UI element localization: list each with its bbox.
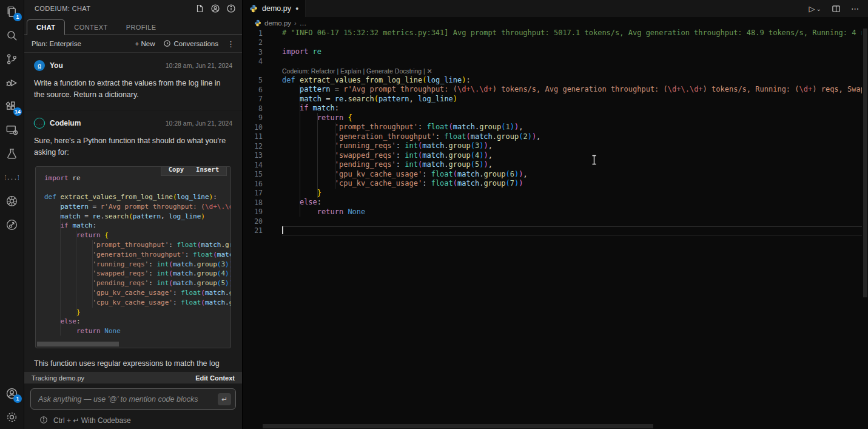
context-bar: Tracking demo.py Edit Context: [24, 372, 242, 383]
chat-code-line: 'cpu_kv_cache_usage': float(match.group(…: [44, 299, 230, 308]
breadcrumb[interactable]: demo.py › …: [243, 17, 868, 29]
modified-indicator[interactable]: ●: [295, 5, 298, 12]
chat-body: g You 10:28 am, Jun 21, 2024 Write a fun…: [24, 53, 242, 429]
panel-tabs: CHAT CONTEXT PROFILE: [24, 17, 242, 35]
line-number: 9: [243, 113, 263, 122]
code-text[interactable]: [282, 217, 862, 226]
run-button[interactable]: ▷ ⌄: [809, 4, 821, 13]
activity-explorer-icon[interactable]: 1: [0, 0, 24, 24]
line-number: 15: [243, 170, 263, 178]
activity-settings-icon[interactable]: [0, 405, 24, 429]
new-chat-icon[interactable]: [195, 4, 204, 13]
plan-label: Plan: Enterprise: [32, 40, 81, 47]
activity-extensions-icon[interactable]: 14: [0, 95, 24, 118]
editor-line-10: 10 'prompt_throughput': float(match.grou…: [243, 123, 862, 132]
editor-more-button[interactable]: ⋯: [851, 4, 859, 13]
conversations-button[interactable]: Conversations: [163, 39, 218, 49]
code-text[interactable]: }: [282, 189, 862, 198]
breadcrumb-symbol[interactable]: …: [300, 19, 307, 27]
activity-search-icon[interactable]: [0, 24, 24, 47]
copy-button[interactable]: Copy: [169, 166, 184, 173]
activity-bar: 114{...} 1: [0, 0, 24, 429]
tab-profile[interactable]: PROFILE: [117, 20, 166, 35]
vertical-scrollbar-thumb[interactable]: [863, 29, 867, 297]
message-timestamp: 10:28 am, Jun 21, 2024: [166, 120, 232, 127]
editor-tab-demo-py[interactable]: demo.py ●: [243, 0, 306, 17]
line-number: 21: [243, 226, 263, 235]
horizontal-scrollbar[interactable]: [263, 424, 653, 428]
activity-remote-explorer-icon[interactable]: [0, 118, 24, 142]
line-number: 20: [243, 217, 263, 226]
run-dropdown-chevron[interactable]: ⌄: [816, 5, 821, 12]
chat-code-line: return {: [44, 231, 230, 241]
line-number: 19: [243, 208, 263, 216]
message-text: Sure, here's a Python function that shou…: [34, 135, 232, 159]
code-text[interactable]: return {: [282, 113, 862, 123]
editor-line-11: 11 'generation_throughput': float(match.…: [243, 132, 862, 142]
history-clock-icon: [163, 39, 171, 49]
code-text[interactable]: [282, 57, 862, 67]
code-text[interactable]: match = re.search(pattern, log_line): [282, 95, 862, 104]
breadcrumb-file[interactable]: demo.py: [264, 19, 291, 27]
code-text[interactable]: 'swapped_reqs': int(match.group(4)),: [282, 151, 862, 161]
line-number: 1: [243, 29, 263, 38]
code-text[interactable]: 'running_reqs': int(match.group(3)),: [282, 141, 862, 151]
editor-lines[interactable]: 1# "INFO 06-17 15:32:32 metrics.py:341] …: [243, 29, 862, 424]
code-text[interactable]: 'gpu_kv_cache_usage': float(match.group(…: [282, 170, 862, 180]
breadcrumb-separator: ›: [294, 19, 297, 27]
codelens-actions[interactable]: Codeium: Refactor | Explain | Generate D…: [282, 67, 432, 75]
new-conversation-button[interactable]: + New: [135, 40, 155, 47]
activity-gitlens-icon[interactable]: [0, 213, 24, 237]
tab-context[interactable]: CONTEXT: [65, 20, 116, 35]
activity-source-control-icon[interactable]: [0, 47, 24, 71]
editor-line-4: 4: [243, 57, 862, 67]
editor-line-12: 12 'running_reqs': int(match.group(3)),: [243, 141, 862, 151]
line-number: 7: [243, 95, 263, 103]
code-text[interactable]: 'generation_throughput': float(match.gro…: [282, 132, 862, 142]
code-text[interactable]: [282, 38, 862, 48]
code-text[interactable]: return None: [282, 208, 862, 217]
insert-button[interactable]: Insert: [196, 166, 219, 173]
code-text[interactable]: 'cpu_kv_cache_usage': float(match.group(…: [282, 179, 862, 189]
extensions-badge: 14: [13, 107, 22, 116]
chat-code-block: Copy Insert import redef extract_values_…: [35, 166, 231, 348]
vertical-scrollbar[interactable]: [862, 17, 868, 429]
edit-context-button[interactable]: Edit Context: [195, 374, 235, 382]
line-number: 12: [243, 142, 263, 150]
activity-kubernetes-icon[interactable]: [0, 189, 24, 213]
code-block-scrollbar[interactable]: [37, 342, 119, 346]
code-text[interactable]: 'pending_reqs': int(match.group(5)),: [282, 160, 862, 170]
chat-code-line: 'running_reqs': int(match.group(3)),: [44, 260, 230, 270]
account-icon[interactable]: [210, 4, 220, 13]
tab-chat[interactable]: CHAT: [27, 19, 65, 35]
info-icon[interactable]: [226, 4, 236, 13]
code-text[interactable]: [282, 226, 862, 236]
code-text[interactable]: pattern = r'Avg prompt throughput: (\d+\…: [282, 85, 862, 95]
code-text[interactable]: import re: [282, 47, 862, 57]
activity-run-and-debug-icon[interactable]: [0, 71, 24, 95]
activity-codeium-chat-icon[interactable]: {...}: [0, 166, 24, 189]
chat-code-line: pattern = r'Avg prompt throughput: (\d+\…: [44, 203, 230, 212]
send-button[interactable]: ↵: [218, 393, 231, 405]
code-text[interactable]: # "INFO 06-17 15:32:32 metrics.py:341] A…: [282, 29, 862, 38]
codeium-chat-panel: CODEIUM: CHAT CHAT CONTEXT PROFILE Plan:…: [24, 0, 243, 429]
text-cursor: [282, 226, 283, 234]
editor-line-8: 8 if match:: [243, 104, 862, 113]
line-number: 4: [243, 57, 263, 66]
split-editor-button[interactable]: [832, 4, 841, 13]
chat-overflow-button[interactable]: ⋮: [227, 39, 235, 49]
chat-code-lines: import redef extract_values_from_log_lin…: [44, 174, 230, 337]
chat-footer: Ctrl + ↵ With Codebase: [24, 412, 242, 429]
chat-code-line: def extract_values_from_log_line(log_lin…: [44, 193, 230, 203]
chat-code-line: else:: [44, 317, 230, 327]
code-text[interactable]: if match:: [282, 104, 862, 113]
activity-testing-icon[interactable]: [0, 142, 24, 166]
code-text[interactable]: 'prompt_throughput': float(match.group(1…: [282, 123, 862, 132]
code-text[interactable]: else:: [282, 198, 862, 208]
editor-line-18: 18 else:: [243, 198, 862, 208]
user-avatar: g: [34, 60, 45, 71]
activity-accounts-icon[interactable]: 1: [0, 382, 24, 405]
mouse-cursor: [591, 155, 597, 167]
chat-input[interactable]: [38, 395, 218, 404]
code-text[interactable]: def extract_values_from_log_line(log_lin…: [282, 76, 862, 86]
